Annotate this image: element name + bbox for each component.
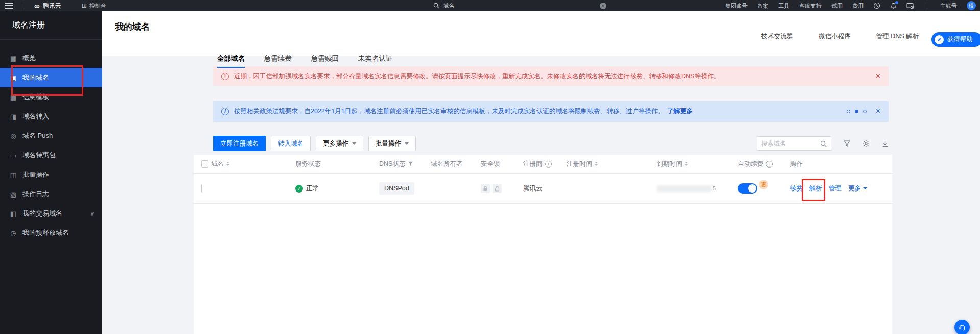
col-operation: 操作 [790, 160, 803, 169]
resolve-link[interactable]: 解析 [809, 184, 822, 193]
domain-search-box[interactable] [757, 136, 831, 151]
transfer-in-icon: ◨ [9, 113, 17, 121]
tab-not-verified[interactable]: 未实名认证 [358, 54, 393, 68]
sidebar-item-label: 域名转入 [22, 112, 49, 121]
row-checkbox[interactable] [201, 184, 202, 193]
tencent-cloud-logo[interactable]: ∞ 腾讯云 [34, 2, 61, 10]
col-registrar: 注册商 [523, 160, 543, 169]
console-settings-icon[interactable] [906, 3, 914, 9]
sidebar-item-domain-push[interactable]: ◎ 域名 Push [0, 126, 102, 146]
tab-all-domains[interactable]: 全部域名 [217, 54, 245, 68]
tab-renew-urgent[interactable]: 急需续费 [264, 54, 292, 68]
col-service-status: 服务状态 [295, 160, 321, 169]
help-compass-icon [935, 35, 944, 44]
learn-more-link[interactable]: 了解更多 [667, 108, 693, 115]
tab-redeem-urgent[interactable]: 急需赎回 [311, 54, 339, 68]
sidebar: 域名注册 ▦ 概览 ▣ 我的域名 ▤ 信息模板 ◨ 域名转入 ◎ 域名 Push… [0, 11, 102, 334]
history-icon[interactable] [873, 2, 880, 9]
sidebar-item-overview[interactable]: ▦ 概览 [0, 49, 102, 68]
more-dropdown-link[interactable]: 更多 [848, 184, 867, 193]
batch-actions-dropdown[interactable]: 批量操作 [368, 136, 416, 151]
sidebar-item-my-domains[interactable]: ▣ 我的域名 [0, 68, 102, 87]
wechat-miniprogram-link[interactable]: 微信小程序 [819, 32, 851, 41]
sidebar-item-label: 域名特惠包 [22, 151, 56, 160]
sidebar-item-label: 批量操作 [22, 170, 49, 179]
carousel-dot-3[interactable] [863, 110, 867, 113]
topbar-item-billing[interactable]: 费用 [852, 2, 864, 10]
expire-time-tail: 5 [713, 185, 716, 192]
renew-link[interactable]: 续费 [790, 184, 803, 193]
close-warning-icon[interactable]: × [876, 72, 880, 80]
trade-domains-icon: ◧ [9, 210, 17, 218]
topbar-item-icp[interactable]: 备案 [757, 2, 768, 10]
col-dns-status: DNS状态 [379, 160, 405, 169]
sidebar-title: 域名注册 [0, 11, 102, 40]
customer-service-chat-button[interactable] [954, 320, 970, 334]
topbar-item-group-account[interactable]: 集团账号 [725, 2, 748, 10]
sidebar-item-operation-log[interactable]: ▧ 操作日志 [0, 184, 102, 204]
auto-renew-toggle[interactable] [738, 183, 757, 194]
topbar-item-tools[interactable]: 工具 [778, 2, 789, 10]
sidebar-item-my-trade-domains[interactable]: ◧ 我的交易域名 ∨ [0, 204, 102, 223]
select-all-checkbox[interactable] [201, 160, 208, 168]
page-header: 我的域名 技术交流群 微信小程序 管理 DNS 解析 获得帮助 全部域名 急需续… [102, 11, 980, 56]
topbar-search-input[interactable] [443, 3, 596, 9]
hamburger-menu-icon[interactable] [5, 3, 13, 9]
column-settings-gear-icon[interactable] [862, 140, 870, 147]
get-help-label: 获得帮助 [947, 35, 973, 44]
carousel-dot-1[interactable] [847, 110, 850, 113]
manage-link[interactable]: 管理 [829, 184, 842, 193]
sidebar-item-label: 我的交易域名 [22, 209, 62, 218]
avatar[interactable]: 借 [967, 1, 976, 10]
operation-log-icon: ▧ [9, 190, 17, 198]
topbar: ∞ 腾讯云 ⊞ 控制台 × 集团账号 备案 工具 客服支持 试用 费用 主账号 … [0, 0, 980, 11]
sidebar-item-info-template[interactable]: ▤ 信息模板 [0, 87, 102, 107]
topbar-search[interactable]: × [433, 0, 627, 11]
download-icon[interactable] [882, 140, 889, 147]
divider [927, 2, 927, 9]
headset-icon [958, 323, 966, 331]
info-icon[interactable]: i [545, 161, 552, 168]
main-account-menu[interactable]: 主账号 [940, 2, 957, 10]
info-icon[interactable]: i [766, 161, 773, 168]
console-link[interactable]: ⊞ 控制台 [82, 2, 106, 10]
sidebar-item-domain-transfer-in[interactable]: ◨ 域名转入 [0, 107, 102, 126]
row-actions: 续费 解析 管理 更多 [790, 184, 892, 193]
update-lock-icon[interactable] [481, 184, 490, 193]
carousel-dot-2[interactable] [855, 110, 858, 113]
filter-funnel-icon[interactable] [844, 140, 850, 147]
chevron-down-icon [405, 142, 409, 147]
promo-badge[interactable]: 惠 [759, 180, 768, 189]
toolbar: 立即注册域名 转入域名 更多操作 批量操作 [213, 136, 889, 151]
clear-search-icon[interactable]: × [600, 3, 606, 9]
register-domain-button[interactable]: 立即注册域名 [213, 136, 266, 151]
registrar-cell: 腾讯云 [523, 184, 567, 193]
prerelease-domains-icon: ◷ [9, 229, 17, 237]
col-owner: 域名所有者 [431, 160, 463, 169]
sort-icon[interactable] [685, 162, 688, 166]
notification-bell-icon[interactable] [890, 2, 897, 9]
table-header-row: 域名 服务状态 DNS状态 域名所有者 安全锁 注册商i 注册时间 到期时间 自… [194, 155, 892, 174]
filter-funnel-icon[interactable] [408, 161, 413, 166]
info-template-icon: ▤ [9, 93, 17, 101]
col-register-time: 注册时间 [567, 160, 592, 169]
sort-icon[interactable] [595, 162, 598, 166]
transfer-in-button[interactable]: 转入域名 [271, 136, 311, 151]
logo-label: 腾讯云 [43, 2, 61, 10]
transfer-lock-icon[interactable] [493, 184, 502, 193]
topbar-item-trial[interactable]: 试用 [831, 2, 843, 10]
more-actions-dropdown[interactable]: 更多操作 [316, 136, 363, 151]
status-ok-icon: ✓ [295, 185, 303, 193]
sidebar-item-my-prerelease-domains[interactable]: ◷ 我的预释放域名 [0, 223, 102, 243]
topbar-item-support[interactable]: 客服支持 [799, 2, 822, 10]
sidebar-item-batch-operation[interactable]: ◫ 批量操作 [0, 165, 102, 184]
sort-icon[interactable] [226, 162, 229, 166]
tech-group-link[interactable]: 技术交流群 [761, 32, 794, 41]
get-help-button[interactable]: 获得帮助 [931, 32, 980, 47]
domain-package-icon: ▭ [9, 152, 17, 159]
close-info-icon[interactable]: × [876, 107, 880, 115]
sidebar-item-domain-package[interactable]: ▭ 域名特惠包 [0, 146, 102, 165]
domain-search-input[interactable] [761, 140, 817, 147]
chevron-down-icon [863, 187, 867, 192]
manage-dns-link[interactable]: 管理 DNS 解析 [876, 32, 919, 41]
